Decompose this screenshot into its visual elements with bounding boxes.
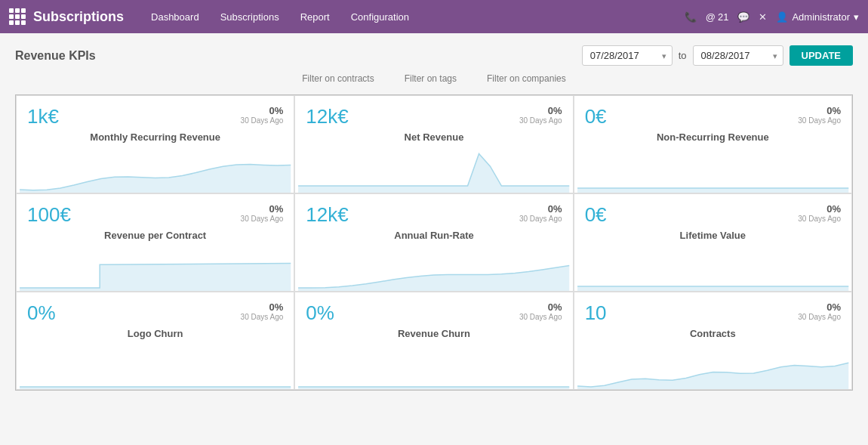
kpi-card-annual-run-rate[interactable]: 12k€ 0% 30 Days Ago Annual Run-Rate bbox=[294, 193, 573, 292]
update-button[interactable]: UPDATE bbox=[790, 45, 853, 66]
kpi-period: 30 Days Ago bbox=[798, 116, 841, 125]
kpi-value: 0% bbox=[27, 301, 56, 325]
kpi-top: 0% 0% 30 Days Ago bbox=[306, 301, 562, 325]
app-brand[interactable]: Subscriptions bbox=[9, 8, 124, 25]
kpi-value: 0% bbox=[306, 301, 334, 325]
page-header: Revenue KPIs 07/28/2017 to 08/28/2017 UP… bbox=[15, 45, 853, 66]
notification-count: 21 bbox=[718, 11, 728, 23]
notifications-badge[interactable]: @ 21 bbox=[706, 11, 729, 23]
filter-companies[interactable]: Filter on companies bbox=[479, 73, 574, 84]
sparkline-fill bbox=[298, 153, 569, 193]
kpi-percent: 0% bbox=[798, 203, 841, 215]
kpi-top: 100€ 0% 30 Days Ago bbox=[27, 203, 283, 227]
kpi-chart bbox=[295, 147, 572, 193]
kpi-period: 30 Days Ago bbox=[241, 215, 284, 223]
app-name: Subscriptions bbox=[33, 9, 124, 25]
kpi-card-revenue-per-contract[interactable]: 100€ 0% 30 Days Ago Revenue per Contract bbox=[16, 193, 294, 292]
kpi-card-revenue-churn[interactable]: 0% 0% 30 Days Ago Revenue Churn bbox=[294, 292, 573, 390]
sparkline-svg bbox=[295, 246, 572, 291]
kpi-right: 0% 30 Days Ago bbox=[241, 105, 284, 125]
nav-report[interactable]: Report bbox=[291, 7, 339, 27]
sparkline-fill bbox=[577, 363, 848, 389]
kpi-value: 12k€ bbox=[306, 203, 348, 227]
kpi-chart bbox=[295, 344, 572, 389]
filter-contracts[interactable]: Filter on contracts bbox=[294, 73, 381, 84]
sparkline-svg bbox=[17, 344, 294, 389]
kpi-percent: 0% bbox=[241, 301, 284, 313]
sparkline-svg bbox=[295, 147, 572, 193]
user-menu[interactable]: 👤 Administrator ▾ bbox=[776, 11, 859, 23]
kpi-percent: 0% bbox=[798, 105, 841, 116]
nav-dashboard[interactable]: Dashboard bbox=[142, 7, 208, 27]
kpi-chart bbox=[17, 147, 294, 193]
kpi-top: 12k€ 0% 30 Days Ago bbox=[306, 203, 562, 227]
kpi-period: 30 Days Ago bbox=[241, 313, 284, 321]
kpi-label: Revenue per Contract bbox=[27, 230, 283, 241]
kpi-card-contracts[interactable]: 10 0% 30 Days Ago Contracts bbox=[574, 292, 852, 390]
date-to-select[interactable]: 08/28/2017 bbox=[693, 45, 783, 66]
kpi-label: Net Revenue bbox=[306, 131, 562, 143]
filter-bar: Filter on contracts Filter on tags Filte… bbox=[15, 73, 853, 84]
kpi-label: Revenue Churn bbox=[306, 328, 562, 339]
kpi-label: Contracts bbox=[585, 328, 841, 339]
filter-tags[interactable]: Filter on tags bbox=[397, 73, 464, 84]
kpi-card-mrr[interactable]: 1k€ 0% 30 Days Ago Monthly Recurring Rev… bbox=[16, 95, 294, 193]
nav-links: Dashboard Subscriptions Report Configura… bbox=[142, 7, 685, 27]
kpi-top: 10 0% 30 Days Ago bbox=[585, 301, 841, 325]
kpi-grid: 1k€ 0% 30 Days Ago Monthly Recurring Rev… bbox=[15, 94, 853, 391]
date-to-wrapper: 08/28/2017 bbox=[693, 45, 783, 66]
close-icon[interactable]: ✕ bbox=[759, 11, 767, 23]
kpi-label: Lifetime Value bbox=[585, 230, 841, 241]
page-title: Revenue KPIs bbox=[15, 49, 582, 63]
kpi-top: 0% 0% 30 Days Ago bbox=[27, 301, 283, 325]
user-name: Administrator bbox=[792, 11, 850, 23]
kpi-chart bbox=[295, 246, 572, 291]
sparkline-svg bbox=[17, 147, 294, 193]
kpi-percent: 0% bbox=[241, 203, 284, 215]
page-content: Revenue KPIs 07/28/2017 to 08/28/2017 UP… bbox=[0, 33, 868, 403]
apps-icon[interactable] bbox=[9, 8, 26, 25]
sparkline-fill bbox=[577, 188, 848, 193]
kpi-percent: 0% bbox=[519, 301, 562, 313]
kpi-period: 30 Days Ago bbox=[519, 116, 562, 125]
date-from-wrapper: 07/28/2017 bbox=[582, 45, 673, 66]
kpi-percent: 0% bbox=[798, 301, 841, 313]
sparkline-svg bbox=[574, 246, 851, 291]
kpi-chart bbox=[17, 344, 294, 389]
kpi-label: Logo Churn bbox=[27, 328, 283, 339]
to-label: to bbox=[679, 50, 687, 61]
date-from-select[interactable]: 07/28/2017 bbox=[582, 45, 673, 66]
sparkline-line bbox=[298, 153, 569, 186]
kpi-card-net-revenue[interactable]: 12k€ 0% 30 Days Ago Net Revenue bbox=[294, 95, 573, 193]
kpi-card-non-recurring[interactable]: 0€ 0% 30 Days Ago Non-Recurring Revenue bbox=[574, 95, 852, 193]
kpi-right: 0% 30 Days Ago bbox=[241, 301, 284, 321]
kpi-right: 0% 30 Days Ago bbox=[519, 105, 562, 125]
phone-icon[interactable]: 📞 bbox=[685, 11, 697, 23]
kpi-chart bbox=[574, 246, 851, 291]
nav-right: 📞 @ 21 💬 ✕ 👤 Administrator ▾ bbox=[685, 11, 859, 23]
kpi-card-lifetime-value[interactable]: 0€ 0% 30 Days Ago Lifetime Value bbox=[574, 193, 852, 292]
kpi-value: 1k€ bbox=[27, 105, 59, 128]
kpi-percent: 0% bbox=[519, 105, 562, 116]
kpi-period: 30 Days Ago bbox=[798, 215, 841, 223]
kpi-period: 30 Days Ago bbox=[241, 116, 284, 125]
kpi-top: 0€ 0% 30 Days Ago bbox=[585, 105, 841, 128]
kpi-top: 1k€ 0% 30 Days Ago bbox=[27, 105, 283, 128]
user-dropdown-icon: ▾ bbox=[854, 11, 859, 23]
sparkline-svg bbox=[574, 344, 851, 389]
kpi-percent: 0% bbox=[241, 105, 284, 116]
chat-icon[interactable]: 💬 bbox=[737, 11, 749, 23]
kpi-card-logo-churn[interactable]: 0% 0% 30 Days Ago Logo Churn bbox=[16, 292, 294, 390]
kpi-value: 12k€ bbox=[306, 105, 348, 128]
sparkline-fill bbox=[20, 264, 291, 292]
kpi-right: 0% 30 Days Ago bbox=[798, 301, 841, 321]
kpi-label: Annual Run-Rate bbox=[306, 230, 562, 241]
kpi-right: 0% 30 Days Ago bbox=[519, 301, 562, 321]
kpi-chart bbox=[574, 344, 851, 389]
user-avatar-icon: 👤 bbox=[776, 11, 788, 23]
nav-configuration[interactable]: Configuration bbox=[342, 7, 418, 27]
kpi-percent: 0% bbox=[519, 203, 562, 215]
navbar: Subscriptions Dashboard Subscriptions Re… bbox=[0, 0, 868, 33]
nav-subscriptions[interactable]: Subscriptions bbox=[211, 7, 288, 27]
kpi-label: Monthly Recurring Revenue bbox=[27, 131, 283, 143]
